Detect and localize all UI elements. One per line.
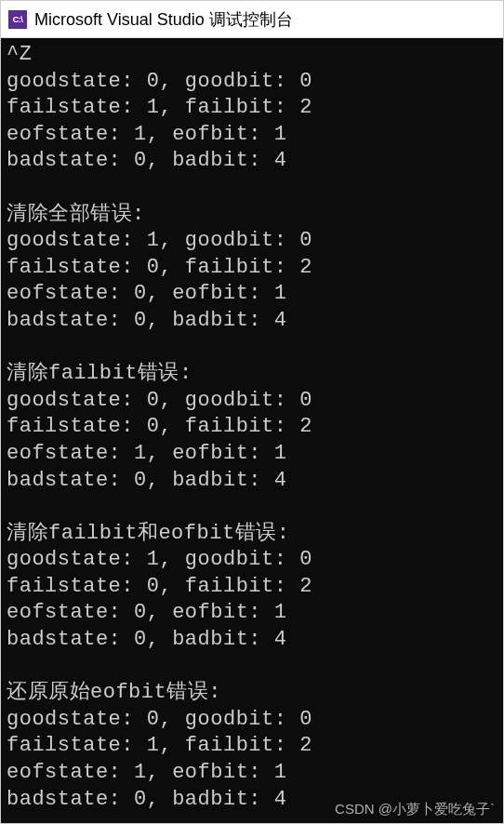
console-line: failstate: 0, failbit: 2 (7, 574, 497, 601)
console-line: goodstate: 0, goodbit: 0 (7, 388, 497, 415)
console-line (7, 175, 497, 202)
console-line: 清除failbit错误: (7, 361, 497, 388)
console-line: badstate: 0, badbit: 4 (7, 468, 497, 495)
console-line: goodstate: 0, goodbit: 0 (7, 69, 497, 96)
console-window: C:\ Microsoft Visual Studio 调试控制台 ^Zgood… (0, 0, 504, 824)
console-line: 清除failbit和eofbit错误: (7, 521, 497, 548)
console-line: eofstate: 1, eofbit: 1 (7, 441, 497, 468)
console-line: failstate: 0, failbit: 2 (7, 414, 497, 441)
console-line (7, 654, 497, 681)
console-line: badstate: 0, badbit: 4 (7, 787, 497, 814)
titlebar[interactable]: C:\ Microsoft Visual Studio 调试控制台 (1, 1, 503, 38)
console-line: badstate: 0, badbit: 4 (7, 148, 497, 175)
console-line (7, 494, 497, 521)
console-line: eofstate: 0, eofbit: 1 (7, 600, 497, 627)
console-line: goodstate: 1, goodbit: 0 (7, 547, 497, 574)
console-line: goodstate: 0, goodbit: 0 (7, 707, 497, 734)
console-line: badstate: 0, badbit: 4 (7, 308, 497, 335)
console-output[interactable]: ^Zgoodstate: 0, goodbit: 0failstate: 1, … (1, 38, 503, 823)
console-line: 还原原始eofbit错误: (7, 680, 497, 707)
console-line: eofstate: 1, eofbit: 1 (7, 760, 497, 787)
window-title: Microsoft Visual Studio 调试控制台 (34, 8, 293, 31)
app-icon: C:\ (8, 10, 27, 29)
console-line (7, 335, 497, 362)
console-line: goodstate: 1, goodbit: 0 (7, 228, 497, 255)
console-line: ^Z (7, 42, 497, 69)
console-line: 清除全部错误: (7, 202, 497, 229)
console-line: failstate: 1, failbit: 2 (7, 733, 497, 760)
console-line: eofstate: 0, eofbit: 1 (7, 281, 497, 308)
console-line: failstate: 1, failbit: 2 (7, 95, 497, 122)
console-line: failstate: 0, failbit: 2 (7, 255, 497, 282)
console-line: eofstate: 1, eofbit: 1 (7, 122, 497, 149)
console-line: badstate: 0, badbit: 4 (7, 627, 497, 654)
